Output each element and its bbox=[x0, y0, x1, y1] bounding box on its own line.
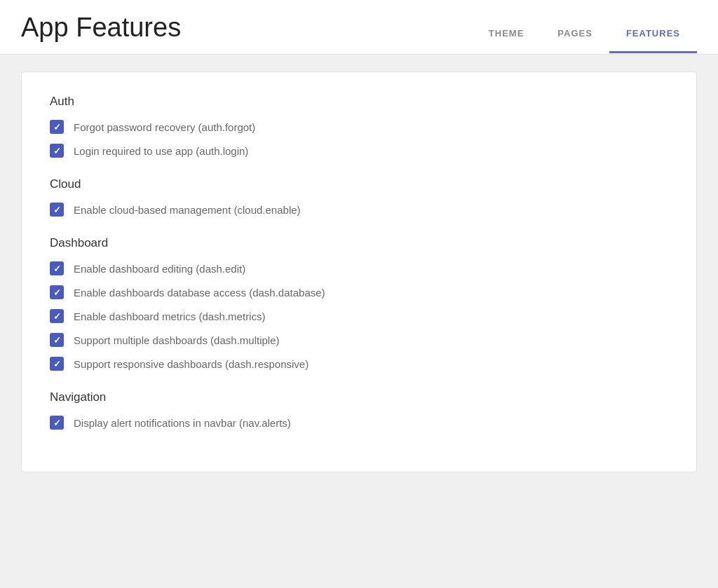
feature-checkbox[interactable]: ✓ bbox=[50, 357, 64, 371]
feature-checkbox[interactable]: ✓ bbox=[50, 144, 64, 158]
feature-item: ✓Support responsive dashboards (dash.res… bbox=[50, 357, 668, 371]
page-header: App Features THEMEPAGESFEATURES bbox=[0, 0, 718, 55]
checkmark-icon: ✓ bbox=[53, 360, 61, 369]
feature-checkbox[interactable]: ✓ bbox=[50, 261, 64, 275]
section-cloud: Cloud✓Enable cloud-based management (clo… bbox=[50, 177, 668, 217]
section-title: Auth bbox=[50, 95, 668, 109]
feature-checkbox[interactable]: ✓ bbox=[50, 285, 64, 299]
checkmark-icon: ✓ bbox=[53, 288, 61, 297]
feature-item: ✓Display alert notifications in navbar (… bbox=[50, 416, 668, 430]
section-dashboard: Dashboard✓Enable dashboard editing (dash… bbox=[50, 236, 668, 371]
feature-item: ✓Enable dashboard editing (dash.edit) bbox=[50, 261, 668, 275]
feature-item: ✓Enable dashboard metrics (dash.metrics) bbox=[50, 309, 668, 323]
feature-label: Enable dashboards database access (dash.… bbox=[74, 287, 325, 299]
feature-checkbox[interactable]: ✓ bbox=[50, 120, 64, 134]
section-title: Cloud bbox=[50, 177, 668, 191]
feature-label: Enable cloud-based management (cloud.ena… bbox=[74, 204, 301, 216]
feature-item: ✓Login required to use app (auth.login) bbox=[50, 144, 668, 158]
feature-label: Display alert notifications in navbar (n… bbox=[74, 417, 291, 429]
section-title: Navigation bbox=[50, 390, 668, 404]
checkmark-icon: ✓ bbox=[53, 264, 61, 273]
section-auth: Auth✓Forgot password recovery (auth.forg… bbox=[50, 95, 668, 158]
feature-item: ✓Enable dashboards database access (dash… bbox=[50, 285, 668, 299]
checkmark-icon: ✓ bbox=[53, 123, 61, 132]
section-navigation: Navigation✓Display alert notifications i… bbox=[50, 390, 668, 430]
checkmark-icon: ✓ bbox=[53, 312, 61, 321]
feature-item: ✓Support multiple dashboards (dash.multi… bbox=[50, 333, 668, 347]
feature-checkbox[interactable]: ✓ bbox=[50, 416, 64, 430]
checkmark-icon: ✓ bbox=[53, 336, 61, 345]
section-title: Dashboard bbox=[50, 236, 668, 250]
nav-item-features[interactable]: FEATURES bbox=[609, 15, 697, 53]
feature-label: Enable dashboard editing (dash.edit) bbox=[74, 263, 245, 275]
feature-label: Login required to use app (auth.login) bbox=[74, 145, 248, 157]
feature-label: Forgot password recovery (auth.forgot) bbox=[74, 121, 255, 133]
feature-checkbox[interactable]: ✓ bbox=[50, 203, 64, 217]
checkmark-icon: ✓ bbox=[53, 205, 61, 214]
nav-item-pages[interactable]: PAGES bbox=[541, 15, 609, 53]
nav-item-theme[interactable]: THEME bbox=[472, 15, 541, 53]
feature-label: Support multiple dashboards (dash.multip… bbox=[74, 334, 280, 346]
feature-label: Support responsive dashboards (dash.resp… bbox=[74, 358, 309, 370]
main-content: Auth✓Forgot password recovery (auth.forg… bbox=[0, 55, 718, 489]
top-nav: THEMEPAGESFEATURES bbox=[472, 15, 697, 53]
feature-checkbox[interactable]: ✓ bbox=[50, 333, 64, 347]
checkmark-icon: ✓ bbox=[53, 418, 61, 428]
feature-checkbox[interactable]: ✓ bbox=[50, 309, 64, 323]
checkmark-icon: ✓ bbox=[53, 146, 61, 156]
feature-item: ✓Enable cloud-based management (cloud.en… bbox=[50, 203, 668, 217]
page-title: App Features bbox=[21, 13, 181, 54]
feature-label: Enable dashboard metrics (dash.metrics) bbox=[74, 310, 265, 322]
feature-item: ✓Forgot password recovery (auth.forgot) bbox=[50, 120, 668, 134]
features-card: Auth✓Forgot password recovery (auth.forg… bbox=[21, 71, 697, 472]
